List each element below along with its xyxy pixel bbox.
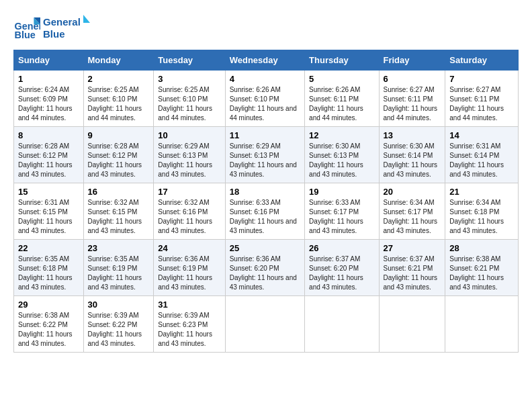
calendar-week-2: 15Sunrise: 6:31 AMSunset: 6:15 PMDayligh… <box>14 183 519 240</box>
day-info: Sunrise: 6:24 AMSunset: 6:09 PMDaylight:… <box>18 85 79 123</box>
day-info: Sunrise: 6:33 AMSunset: 6:16 PMDaylight:… <box>230 198 300 236</box>
day-info: Sunrise: 6:39 AMSunset: 6:23 PMDaylight:… <box>158 311 220 349</box>
calendar-cell <box>445 296 519 353</box>
calendar-cell: 28Sunrise: 6:38 AMSunset: 6:21 PMDayligh… <box>445 240 519 296</box>
header-row: SundayMondayTuesdayWednesdayThursdayFrid… <box>14 50 519 71</box>
day-number: 11 <box>230 130 300 140</box>
calendar-week-3: 22Sunrise: 6:35 AMSunset: 6:18 PMDayligh… <box>14 240 519 296</box>
day-number: 2 <box>88 74 150 84</box>
svg-marker-6 <box>83 15 90 23</box>
day-number: 7 <box>449 74 514 84</box>
calendar-cell <box>225 296 304 353</box>
calendar-cell: 4Sunrise: 6:26 AMSunset: 6:10 PMDaylight… <box>225 71 304 127</box>
day-number: 1 <box>18 74 79 84</box>
day-number: 14 <box>449 130 514 140</box>
day-number: 12 <box>309 130 374 140</box>
day-info: Sunrise: 6:28 AMSunset: 6:12 PMDaylight:… <box>88 142 150 179</box>
day-header-saturday: Saturday <box>445 50 519 71</box>
day-number: 27 <box>384 243 441 253</box>
calendar-cell: 29Sunrise: 6:38 AMSunset: 6:22 PMDayligh… <box>14 296 84 353</box>
day-number: 25 <box>230 243 300 253</box>
day-number: 22 <box>18 243 79 253</box>
page-header: General Blue General Blue <box>13 13 519 43</box>
calendar-cell: 1Sunrise: 6:24 AMSunset: 6:09 PMDaylight… <box>14 71 84 127</box>
day-number: 10 <box>158 130 220 140</box>
day-number: 28 <box>449 243 514 253</box>
calendar-cell <box>379 296 445 353</box>
day-header-tuesday: Tuesday <box>154 50 225 71</box>
calendar-week-0: 1Sunrise: 6:24 AMSunset: 6:09 PMDaylight… <box>14 71 519 127</box>
calendar-cell <box>305 296 379 353</box>
calendar-cell: 26Sunrise: 6:37 AMSunset: 6:20 PMDayligh… <box>305 240 379 296</box>
day-info: Sunrise: 6:29 AMSunset: 6:13 PMDaylight:… <box>158 142 220 179</box>
day-number: 18 <box>230 187 300 197</box>
day-number: 17 <box>158 187 220 197</box>
calendar-week-4: 29Sunrise: 6:38 AMSunset: 6:22 PMDayligh… <box>14 296 519 353</box>
day-number: 24 <box>158 243 220 253</box>
day-header-monday: Monday <box>83 50 154 71</box>
day-info: Sunrise: 6:26 AMSunset: 6:10 PMDaylight:… <box>230 85 300 123</box>
day-info: Sunrise: 6:39 AMSunset: 6:22 PMDaylight:… <box>88 311 150 349</box>
calendar-cell: 25Sunrise: 6:36 AMSunset: 6:20 PMDayligh… <box>225 240 304 296</box>
day-number: 13 <box>384 130 441 140</box>
day-number: 29 <box>18 300 79 310</box>
day-info: Sunrise: 6:35 AMSunset: 6:18 PMDaylight:… <box>18 255 79 292</box>
day-number: 15 <box>18 187 79 197</box>
day-info: Sunrise: 6:34 AMSunset: 6:17 PMDaylight:… <box>384 198 441 236</box>
svg-text:Blue: Blue <box>43 28 65 40</box>
calendar-cell: 17Sunrise: 6:32 AMSunset: 6:16 PMDayligh… <box>154 183 225 240</box>
calendar-cell: 21Sunrise: 6:34 AMSunset: 6:18 PMDayligh… <box>445 183 519 240</box>
day-number: 16 <box>88 187 150 197</box>
day-info: Sunrise: 6:34 AMSunset: 6:18 PMDaylight:… <box>449 198 514 236</box>
calendar-body: 1Sunrise: 6:24 AMSunset: 6:09 PMDaylight… <box>14 71 519 353</box>
calendar-cell: 19Sunrise: 6:33 AMSunset: 6:17 PMDayligh… <box>305 183 379 240</box>
day-header-thursday: Thursday <box>305 50 379 71</box>
calendar-cell: 6Sunrise: 6:27 AMSunset: 6:11 PMDaylight… <box>379 71 445 127</box>
logo-icon: General Blue <box>13 15 40 42</box>
day-number: 31 <box>158 300 220 310</box>
calendar-cell: 13Sunrise: 6:30 AMSunset: 6:14 PMDayligh… <box>379 127 445 183</box>
calendar-table: SundayMondayTuesdayWednesdayThursdayFrid… <box>13 50 519 353</box>
day-info: Sunrise: 6:31 AMSunset: 6:14 PMDaylight:… <box>449 142 514 179</box>
day-info: Sunrise: 6:38 AMSunset: 6:22 PMDaylight:… <box>18 311 79 349</box>
day-number: 20 <box>384 187 441 197</box>
day-header-sunday: Sunday <box>14 50 84 71</box>
calendar-cell: 9Sunrise: 6:28 AMSunset: 6:12 PMDaylight… <box>83 127 154 183</box>
day-number: 9 <box>88 130 150 140</box>
day-number: 21 <box>449 187 514 197</box>
day-info: Sunrise: 6:37 AMSunset: 6:21 PMDaylight:… <box>384 255 441 292</box>
day-number: 3 <box>158 74 220 84</box>
logo-svg: General Blue <box>43 13 90 43</box>
day-number: 5 <box>309 74 374 84</box>
day-header-friday: Friday <box>379 50 445 71</box>
calendar-cell: 23Sunrise: 6:35 AMSunset: 6:19 PMDayligh… <box>83 240 154 296</box>
logo: General Blue General Blue <box>13 13 90 43</box>
calendar-cell: 10Sunrise: 6:29 AMSunset: 6:13 PMDayligh… <box>154 127 225 183</box>
day-info: Sunrise: 6:38 AMSunset: 6:21 PMDaylight:… <box>449 255 514 292</box>
calendar-cell: 30Sunrise: 6:39 AMSunset: 6:22 PMDayligh… <box>83 296 154 353</box>
day-info: Sunrise: 6:32 AMSunset: 6:15 PMDaylight:… <box>88 198 150 236</box>
day-info: Sunrise: 6:25 AMSunset: 6:10 PMDaylight:… <box>158 85 220 123</box>
day-info: Sunrise: 6:26 AMSunset: 6:11 PMDaylight:… <box>309 85 374 123</box>
day-info: Sunrise: 6:27 AMSunset: 6:11 PMDaylight:… <box>384 85 441 123</box>
calendar-cell: 14Sunrise: 6:31 AMSunset: 6:14 PMDayligh… <box>445 127 519 183</box>
day-info: Sunrise: 6:32 AMSunset: 6:16 PMDaylight:… <box>158 198 220 236</box>
day-number: 8 <box>18 130 79 140</box>
svg-text:Blue: Blue <box>15 30 36 40</box>
calendar-week-1: 8Sunrise: 6:28 AMSunset: 6:12 PMDaylight… <box>14 127 519 183</box>
calendar-cell: 5Sunrise: 6:26 AMSunset: 6:11 PMDaylight… <box>305 71 379 127</box>
day-info: Sunrise: 6:28 AMSunset: 6:12 PMDaylight:… <box>18 142 79 179</box>
calendar-cell: 24Sunrise: 6:36 AMSunset: 6:19 PMDayligh… <box>154 240 225 296</box>
day-number: 23 <box>88 243 150 253</box>
day-info: Sunrise: 6:35 AMSunset: 6:19 PMDaylight:… <box>88 255 150 292</box>
day-info: Sunrise: 6:29 AMSunset: 6:13 PMDaylight:… <box>230 142 300 179</box>
day-number: 6 <box>384 74 441 84</box>
calendar-cell: 20Sunrise: 6:34 AMSunset: 6:17 PMDayligh… <box>379 183 445 240</box>
calendar-cell: 15Sunrise: 6:31 AMSunset: 6:15 PMDayligh… <box>14 183 84 240</box>
calendar-cell: 12Sunrise: 6:30 AMSunset: 6:13 PMDayligh… <box>305 127 379 183</box>
day-info: Sunrise: 6:31 AMSunset: 6:15 PMDaylight:… <box>18 198 79 236</box>
calendar-cell: 27Sunrise: 6:37 AMSunset: 6:21 PMDayligh… <box>379 240 445 296</box>
calendar-cell: 11Sunrise: 6:29 AMSunset: 6:13 PMDayligh… <box>225 127 304 183</box>
day-info: Sunrise: 6:33 AMSunset: 6:17 PMDaylight:… <box>309 198 374 236</box>
day-info: Sunrise: 6:30 AMSunset: 6:14 PMDaylight:… <box>384 142 441 179</box>
